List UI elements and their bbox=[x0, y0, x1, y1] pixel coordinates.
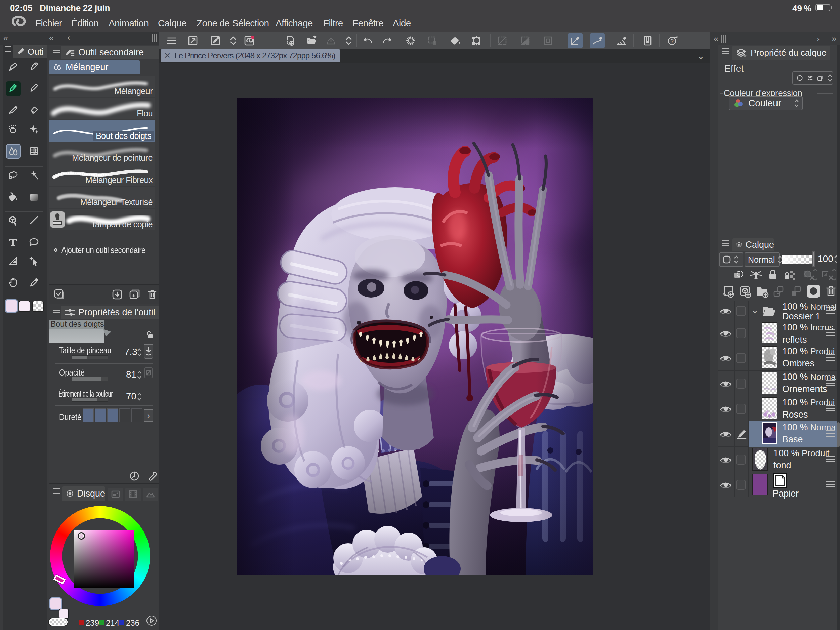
svg-text:?: ? bbox=[671, 38, 674, 44]
